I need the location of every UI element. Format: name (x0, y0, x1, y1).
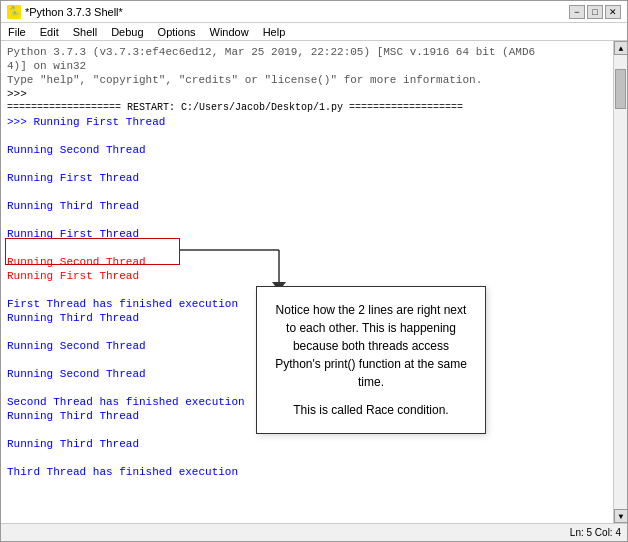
header-line-1: Python 3.7.3 (v3.7.3:ef4ec6ed12, Mar 25 … (7, 45, 621, 59)
output-line-1: >>> Running First Thread (7, 115, 621, 129)
output-line-2: Running Second Thread (7, 143, 621, 157)
menu-options[interactable]: Options (155, 26, 199, 38)
scrollbar-track[interactable] (614, 55, 627, 509)
scrollbar-down-arrow[interactable]: ▼ (614, 509, 627, 523)
maximize-button[interactable]: □ (587, 5, 603, 19)
window-controls: − □ ✕ (569, 5, 621, 19)
window-title: *Python 3.7.3 Shell* (25, 6, 123, 18)
status-bar: Ln: 5 Col: 4 (1, 523, 627, 541)
menu-debug[interactable]: Debug (108, 26, 146, 38)
output-blank-3 (7, 185, 621, 199)
output-line-red-2: Running First Thread (7, 269, 621, 283)
tooltip-race-condition: This is called Race condition. (293, 403, 448, 417)
app-icon: 🐍 (7, 5, 21, 19)
menu-help[interactable]: Help (260, 26, 289, 38)
close-button[interactable]: ✕ (605, 5, 621, 19)
minimize-button[interactable]: − (569, 5, 585, 19)
title-bar-left: 🐍 *Python 3.7.3 Shell* (7, 5, 123, 19)
output-line-3: Running First Thread (7, 171, 621, 185)
menu-window[interactable]: Window (207, 26, 252, 38)
output-line-4: Running Third Thread (7, 199, 621, 213)
tooltip-text: Notice how the 2 lines are right next to… (275, 303, 467, 389)
scrollbar-up-arrow[interactable]: ▲ (614, 41, 627, 55)
window: 🐍 *Python 3.7.3 Shell* − □ ✕ File Edit S… (0, 0, 628, 542)
tooltip-gap: This is called Race condition. (273, 401, 469, 419)
menu-edit[interactable]: Edit (37, 26, 62, 38)
tooltip-box: Notice how the 2 lines are right next to… (256, 286, 486, 434)
scrollbar-vertical[interactable]: ▲ ▼ (613, 41, 627, 523)
restart-line: =================== RESTART: C:/Users/Ja… (7, 101, 621, 115)
header-line-2: 4)] on win32 (7, 59, 621, 73)
header-prompt: >>> (7, 87, 621, 101)
output-blank-4 (7, 213, 621, 227)
shell-content[interactable]: Python 3.7.3 (v3.7.3:ef4ec6ed12, Mar 25 … (1, 41, 627, 523)
output-line-12: Running Third Thread (7, 437, 621, 451)
output-blank-5 (7, 241, 621, 255)
menu-file[interactable]: File (5, 26, 29, 38)
output-line-13: Third Thread has finished execution (7, 465, 621, 479)
output-blank-1 (7, 129, 621, 143)
menu-shell[interactable]: Shell (70, 26, 100, 38)
output-blank-2 (7, 157, 621, 171)
output-line-red-1: Running Second Thread (7, 255, 621, 269)
output-blank-11 (7, 451, 621, 465)
cursor-position: Ln: 5 Col: 4 (570, 527, 621, 538)
output-line-5: Running First Thread (7, 227, 621, 241)
scrollbar-thumb[interactable] (615, 69, 626, 109)
menu-bar: File Edit Shell Debug Options Window Hel… (1, 23, 627, 41)
shell-body[interactable]: Python 3.7.3 (v3.7.3:ef4ec6ed12, Mar 25 … (1, 41, 627, 541)
header-line-3: Type "help", "copyright", "credits" or "… (7, 73, 621, 87)
title-bar: 🐍 *Python 3.7.3 Shell* − □ ✕ (1, 1, 627, 23)
